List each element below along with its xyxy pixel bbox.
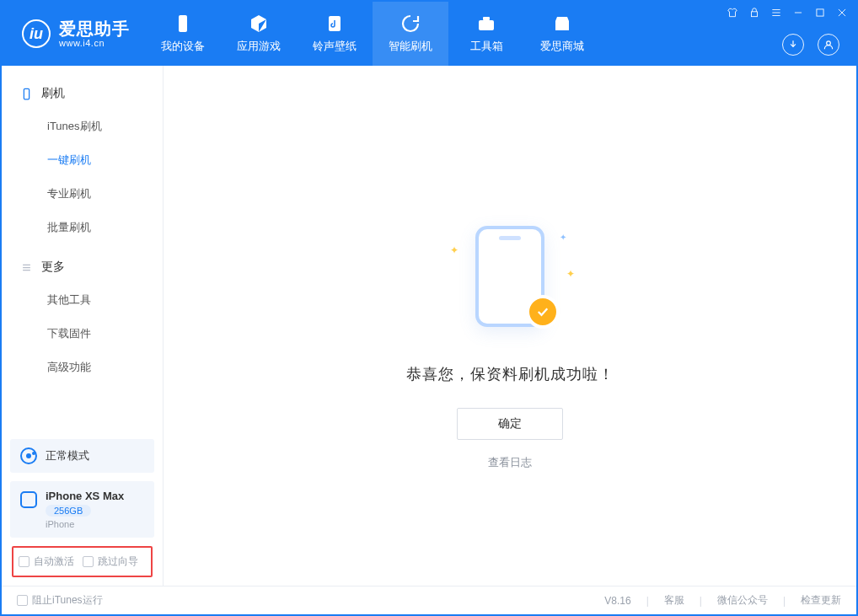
checkbox-auto-activate[interactable]: 自动激活 [19, 554, 74, 569]
checkbox-label: 阻止iTunes运行 [32, 593, 103, 608]
footer-link-wechat[interactable]: 微信公众号 [717, 593, 768, 608]
nav-ringtone-wallpaper[interactable]: 铃声壁纸 [297, 2, 373, 66]
group-label: 更多 [41, 260, 65, 275]
checkbox-skip-guide[interactable]: 跳过向导 [83, 554, 138, 569]
view-log-link[interactable]: 查看日志 [488, 455, 532, 470]
sidebar-bottom: 正常模式 iPhone XS Max 256GB iPhone 自动激活 [2, 439, 163, 586]
top-nav: 我的设备 应用游戏 铃声壁纸 智能刷机 工具箱 爱思商城 [145, 2, 600, 66]
sparkle-icon: ✦ [450, 244, 458, 256]
sparkle-icon: ✦ [560, 233, 566, 242]
svg-rect-7 [24, 88, 29, 99]
store-icon [552, 13, 572, 34]
svg-rect-5 [817, 9, 823, 16]
nav-label: 我的设备 [161, 39, 205, 54]
device-meta: iPhone XS Max 256GB iPhone [46, 490, 124, 529]
body-area: 刷机 iTunes刷机 一键刷机 专业刷机 批量刷机 更多 其他工具 下载固件 … [2, 66, 856, 586]
sidebar-scroll: 刷机 iTunes刷机 一键刷机 专业刷机 批量刷机 更多 其他工具 下载固件 … [2, 66, 163, 439]
sidebar-item-advanced[interactable]: 高级功能 [2, 351, 163, 384]
nav-label: 爱思商城 [540, 39, 584, 54]
sidebar: 刷机 iTunes刷机 一键刷机 专业刷机 批量刷机 更多 其他工具 下载固件 … [2, 66, 164, 586]
sidebar-item-itunes-flash[interactable]: iTunes刷机 [2, 110, 163, 143]
sidebar-item-other-tools[interactable]: 其他工具 [2, 283, 163, 317]
highlighted-checkbox-row: 自动激活 跳过向导 [12, 546, 153, 577]
group-label: 刷机 [41, 86, 65, 101]
toolbox-icon [476, 13, 496, 34]
device-capacity: 256GB [46, 505, 91, 517]
cube-icon [249, 13, 269, 34]
tshirt-icon[interactable] [727, 7, 738, 19]
device-box[interactable]: iPhone XS Max 256GB iPhone [10, 481, 154, 538]
checkbox-icon [19, 556, 29, 567]
logo-text: 爱思助手 www.i4.cn [59, 19, 130, 48]
nav-toolbox[interactable]: 工具箱 [448, 2, 524, 66]
sidebar-item-oneclick-flash[interactable]: 一键刷机 [2, 143, 163, 177]
lock-icon[interactable] [748, 7, 760, 19]
svg-rect-4 [752, 12, 758, 17]
app-window: iu 爱思助手 www.i4.cn 我的设备 应用游戏 铃声壁纸 智能刷机 [0, 0, 858, 616]
mode-label: 正常模式 [46, 448, 89, 463]
checkbox-icon [17, 595, 28, 606]
footer-link-support[interactable]: 客服 [664, 593, 684, 608]
version-label: V8.16 [604, 595, 630, 607]
phone-icon [20, 88, 33, 100]
user-icon[interactable] [818, 34, 839, 56]
app-title: 爱思助手 [59, 19, 130, 38]
close-icon[interactable] [836, 7, 848, 19]
sidebar-item-batch-flash[interactable]: 批量刷机 [2, 211, 163, 244]
music-file-icon [324, 13, 345, 34]
success-message: 恭喜您，保资料刷机成功啦！ [406, 364, 614, 384]
download-icon[interactable] [782, 34, 804, 56]
ok-button[interactable]: 确定 [457, 408, 563, 440]
svg-point-6 [827, 41, 831, 46]
device-type: iPhone [46, 519, 124, 529]
checkbox-block-itunes[interactable]: 阻止iTunes运行 [17, 593, 103, 608]
refresh-shield-icon [400, 13, 421, 34]
app-subtitle: www.i4.cn [59, 38, 130, 48]
nav-apps-games[interactable]: 应用游戏 [221, 2, 297, 66]
separator: | [646, 595, 649, 607]
success-illustration: ✦ ✦ ✦ [455, 226, 565, 344]
main-pane: ✦ ✦ ✦ 恭喜您，保资料刷机成功啦！ 确定 查看日志 [164, 66, 856, 586]
svg-rect-2 [479, 20, 494, 30]
sidebar-group-more: 更多 [2, 251, 163, 283]
sidebar-item-pro-flash[interactable]: 专业刷机 [2, 177, 163, 211]
device-name: iPhone XS Max [46, 490, 124, 502]
window-controls [727, 7, 848, 19]
nav-label: 工具箱 [470, 39, 503, 54]
checkbox-icon [83, 556, 94, 567]
checkbox-label: 跳过向导 [98, 554, 138, 569]
separator: | [783, 595, 786, 607]
svg-rect-3 [483, 17, 490, 20]
logo-area: iu 爱思助手 www.i4.cn [2, 2, 145, 66]
mode-box[interactable]: 正常模式 [10, 439, 154, 473]
nav-store[interactable]: 爱思商城 [524, 2, 600, 66]
checkbox-label: 自动激活 [34, 554, 74, 569]
mode-icon [20, 447, 37, 464]
nav-label: 智能刷机 [389, 39, 432, 54]
app-logo-icon: iu [22, 19, 51, 48]
nav-label: 应用游戏 [237, 39, 281, 54]
footer-bar: 阻止iTunes运行 V8.16 | 客服 | 微信公众号 | 检查更新 [2, 586, 856, 614]
sparkle-icon: ✦ [566, 268, 575, 280]
menu-icon[interactable] [770, 7, 782, 19]
nav-my-device[interactable]: 我的设备 [145, 2, 221, 66]
device-phone-icon [20, 491, 37, 508]
separator: | [700, 595, 702, 607]
sidebar-item-download-firmware[interactable]: 下载固件 [2, 317, 163, 351]
svg-rect-0 [179, 15, 187, 32]
nav-label: 铃声壁纸 [313, 39, 357, 54]
list-icon [20, 261, 33, 274]
maximize-icon[interactable] [814, 7, 826, 19]
check-badge-icon [526, 295, 560, 329]
nav-smart-flash[interactable]: 智能刷机 [373, 2, 448, 66]
device-icon [173, 13, 193, 34]
header-bar: iu 爱思助手 www.i4.cn 我的设备 应用游戏 铃声壁纸 智能刷机 [2, 2, 856, 66]
footer-link-update[interactable]: 检查更新 [801, 593, 841, 608]
header-action-icons [782, 34, 839, 56]
sidebar-group-flash: 刷机 [2, 78, 163, 110]
minimize-icon[interactable] [792, 7, 804, 19]
